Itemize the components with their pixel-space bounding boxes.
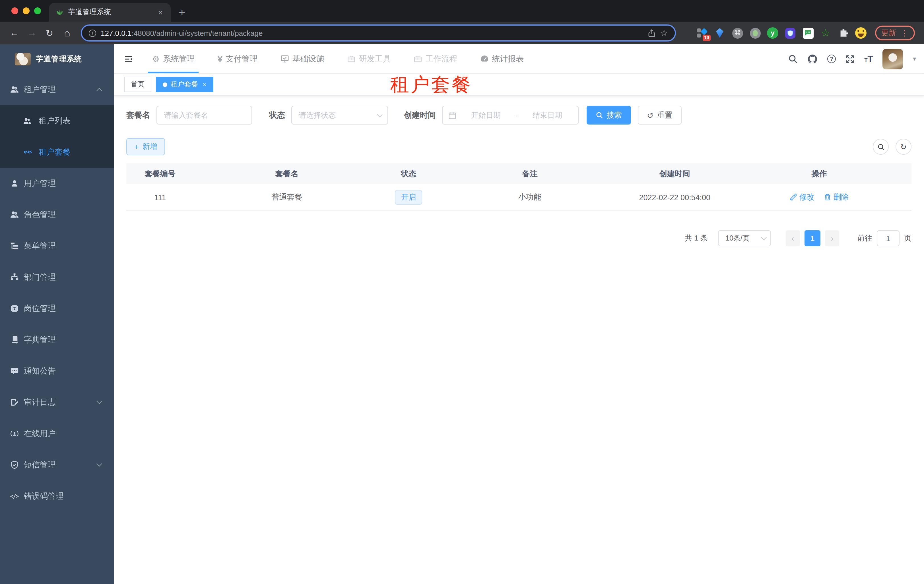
post-badge-icon bbox=[10, 304, 19, 313]
tag-home[interactable]: 首页 bbox=[124, 77, 151, 92]
delete-link[interactable]: 删除 bbox=[824, 192, 849, 202]
start-date-placeholder[interactable]: 开始日期 bbox=[461, 110, 511, 120]
sidebar-item-dict-mgmt[interactable]: 字典管理 bbox=[0, 324, 114, 355]
tags-view-bar: 首页 租户套餐 × 租户套餐 bbox=[114, 74, 924, 95]
package-name-input[interactable] bbox=[157, 106, 251, 124]
sidebar-item-tenant-package[interactable]: 租户套餐 bbox=[0, 137, 114, 168]
sidebar-logo[interactable]: 芋道管理系统 bbox=[0, 44, 114, 74]
add-button[interactable]: + 新增 bbox=[126, 138, 165, 155]
sidebar-item-post-mgmt[interactable]: 岗位管理 bbox=[0, 293, 114, 324]
package-table: 套餐编号 套餐名 状态 备注 创建时间 操作 111 普通套餐 开启 小功能 bbox=[126, 163, 911, 211]
goto-page-input[interactable] bbox=[877, 230, 899, 246]
zoom-window-button[interactable] bbox=[34, 7, 41, 14]
package-name-field[interactable] bbox=[157, 106, 252, 125]
next-page-button[interactable]: › bbox=[825, 230, 839, 246]
sidebar-item-online-users[interactable]: 在线用户 bbox=[0, 418, 114, 449]
extension-y-icon[interactable]: y bbox=[767, 27, 778, 39]
peoples-icon bbox=[23, 116, 32, 125]
home-icon[interactable]: ⌂ bbox=[60, 26, 74, 40]
sidebar: 芋道管理系统 租户管理 租户列表 bbox=[0, 44, 114, 584]
sidebar-item-dept-mgmt[interactable]: 部门管理 bbox=[0, 262, 114, 293]
sidebar-item-tenant-list[interactable]: 租户列表 bbox=[0, 105, 114, 137]
sidebar-item-error-code[interactable]: </> 错误码管理 bbox=[0, 480, 114, 512]
url-text[interactable]: 127.0.0.1:48080/admin-ui/system/tenant/p… bbox=[101, 29, 643, 37]
table-row: 111 普通套餐 开启 小功能 2022-02-22 00:54:00 修改 bbox=[126, 184, 911, 211]
extensions-puzzle-icon[interactable] bbox=[838, 27, 849, 39]
message-icon bbox=[10, 367, 19, 375]
chevron-up-icon bbox=[96, 88, 102, 94]
new-tab-button[interactable]: + bbox=[179, 7, 185, 18]
user-avatar[interactable] bbox=[883, 49, 903, 69]
yen-icon: ¥ bbox=[218, 54, 223, 64]
extension-tag-assistant-icon[interactable]: 10 bbox=[696, 27, 708, 39]
extension-green-star-icon[interactable]: ☆ bbox=[820, 27, 831, 39]
share-icon[interactable] bbox=[647, 29, 656, 37]
chevron-down-icon[interactable]: ▾ bbox=[913, 55, 916, 63]
bookmark-star-icon[interactable]: ☆ bbox=[660, 28, 668, 38]
search-button[interactable]: 搜索 bbox=[587, 106, 631, 125]
topnav-infrastructure[interactable]: 基础设施 bbox=[273, 44, 332, 73]
fullscreen-icon[interactable] bbox=[845, 54, 855, 63]
date-range-picker[interactable]: 开始日期 - 结束日期 bbox=[442, 106, 579, 125]
shield-icon bbox=[10, 460, 19, 469]
reload-icon[interactable]: ↻ bbox=[42, 26, 57, 40]
site-info-icon[interactable]: i bbox=[89, 29, 96, 37]
extension-emoji-icon[interactable] bbox=[855, 27, 866, 39]
sidebar-item-user-mgmt[interactable]: 用户管理 bbox=[0, 168, 114, 199]
font-size-icon[interactable]: TT bbox=[864, 54, 873, 63]
pagination: 共 1 条 10条/页 ‹ 1 › 前往 页 bbox=[126, 230, 911, 246]
minimize-window-button[interactable] bbox=[23, 7, 30, 14]
address-bar[interactable]: i 127.0.0.1:48080/admin-ui/system/tenant… bbox=[81, 25, 676, 41]
browser-toolbar: ← → ↻ ⌂ i 127.0.0.1:48080/admin-ui/syste… bbox=[0, 21, 924, 44]
refresh-table-button[interactable]: ↻ bbox=[896, 139, 911, 155]
close-icon[interactable]: × bbox=[203, 81, 206, 89]
search-icon[interactable] bbox=[788, 54, 798, 64]
toggle-search-button[interactable] bbox=[873, 139, 889, 155]
edit-link[interactable]: 修改 bbox=[790, 192, 815, 202]
extension-command-icon[interactable]: ⌘ bbox=[732, 27, 743, 39]
extension-gem-icon[interactable] bbox=[714, 27, 726, 39]
tab-close-icon[interactable]: × bbox=[156, 8, 165, 17]
browser-tab[interactable]: 芋道管理系统 × bbox=[49, 3, 171, 21]
help-icon[interactable]: ? bbox=[827, 54, 836, 63]
user-icon bbox=[10, 179, 19, 188]
extension-chat-icon[interactable] bbox=[802, 27, 813, 39]
prev-page-button[interactable]: ‹ bbox=[786, 230, 800, 246]
total-count: 共 1 条 bbox=[685, 233, 708, 243]
topnav-workflow[interactable]: 工作流程 bbox=[406, 44, 465, 73]
status-select[interactable]: 请选择状态 bbox=[291, 106, 388, 125]
topnav-statistics[interactable]: 统计报表 bbox=[473, 44, 531, 73]
sidebar-item-audit-log[interactable]: 审计日志 bbox=[0, 387, 114, 418]
sidebar-item-label: 租户列表 bbox=[39, 116, 71, 126]
topnav-system-mgmt[interactable]: ⚙ 系统管理 bbox=[145, 44, 202, 73]
topnav-dev-tools[interactable]: 研发工具 bbox=[340, 44, 398, 73]
dashboard-icon bbox=[480, 54, 489, 63]
github-icon[interactable] bbox=[807, 54, 818, 64]
back-icon[interactable]: ← bbox=[7, 26, 21, 40]
extension-shield-icon[interactable] bbox=[785, 27, 796, 39]
code-icon: </> bbox=[10, 492, 19, 501]
extension-record-icon[interactable] bbox=[749, 27, 761, 39]
sidebar-group-tenant[interactable]: 租户管理 bbox=[0, 74, 114, 105]
page-size-select[interactable]: 10条/页 bbox=[718, 230, 771, 246]
sidebar-item-sms-mgmt[interactable]: 短信管理 bbox=[0, 449, 114, 480]
sidebar-item-role-mgmt[interactable]: 角色管理 bbox=[0, 199, 114, 230]
logo-rabbit-image bbox=[15, 53, 31, 66]
sidebar-collapse-icon[interactable] bbox=[124, 54, 133, 63]
briefcase-icon bbox=[347, 54, 356, 63]
reset-button[interactable]: ↺ 重置 bbox=[638, 106, 681, 125]
sidebar-item-menu-mgmt[interactable]: 菜单管理 bbox=[0, 230, 114, 262]
browser-menu-dots-icon[interactable]: ⋮ bbox=[901, 28, 909, 38]
close-window-button[interactable] bbox=[12, 7, 18, 14]
app-root: 芋道管理系统 租户管理 租户列表 bbox=[0, 44, 924, 584]
browser-update-button[interactable]: 更新 ⋮ bbox=[875, 26, 915, 40]
current-page-button[interactable]: 1 bbox=[805, 230, 820, 246]
forward-icon[interactable]: → bbox=[25, 26, 39, 40]
sidebar-item-notice[interactable]: 通知公告 bbox=[0, 355, 114, 387]
peoples-icon bbox=[10, 210, 19, 219]
topnav-payment-mgmt[interactable]: ¥ 支付管理 bbox=[210, 44, 265, 73]
sidebar-item-label: 审计日志 bbox=[24, 397, 56, 408]
sidebar-item-label: 岗位管理 bbox=[24, 303, 56, 314]
tag-tenant-package[interactable]: 租户套餐 × bbox=[156, 77, 213, 92]
end-date-placeholder[interactable]: 结束日期 bbox=[522, 110, 573, 120]
